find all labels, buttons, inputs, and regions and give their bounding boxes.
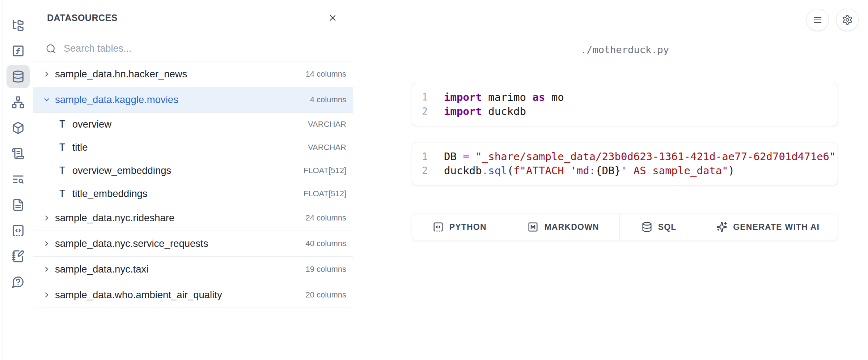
code-line: 1import marimo as mo xyxy=(412,90,838,104)
box-icon xyxy=(12,121,25,134)
column-name: overview_embeddings xyxy=(72,165,304,176)
table-row[interactable]: sample_data.nyc.taxi19 columns xyxy=(33,257,353,282)
add-cell-markdown-button[interactable]: MARKDOWN xyxy=(507,214,619,240)
database-icon xyxy=(642,222,652,232)
menu-button[interactable] xyxy=(806,9,829,31)
text-type-icon: T xyxy=(59,165,65,176)
tables-list: sample_data.hn.hacker_news14 columnssamp… xyxy=(33,61,353,360)
markdown-icon xyxy=(528,222,538,232)
column-count: 4 columns xyxy=(310,95,346,104)
search-input[interactable] xyxy=(64,43,340,54)
left-edge-divider xyxy=(0,0,3,360)
column-type: FLOAT[512] xyxy=(304,189,346,198)
code-line: 2import duckdb xyxy=(412,104,838,118)
datasources-panel: DATASOURCES sample_data.hn.hacker_news14… xyxy=(33,0,353,360)
add-cell-button-label: PYTHON xyxy=(449,222,487,232)
code-cell[interactable]: 1DB = "_share/sample_data/23b0d623-1361-… xyxy=(412,142,838,185)
column-count: 24 columns xyxy=(305,213,346,223)
column-row[interactable]: Ttitle_embeddingsFLOAT[512] xyxy=(33,182,353,205)
code-line: 1DB = "_share/sample_data/23b0d623-1361-… xyxy=(412,149,838,163)
code-text: duckdb.sql(f"ATTACH 'md:{DB}' AS sample_… xyxy=(435,164,734,177)
column-row[interactable]: ToverviewVARCHAR xyxy=(33,113,353,136)
activity-bar xyxy=(3,0,33,360)
table-row[interactable]: sample_data.kaggle.movies4 columns xyxy=(33,87,353,113)
cells-container: 1import marimo as mo2import duckdb1DB = … xyxy=(412,83,838,185)
column-count: 20 columns xyxy=(305,290,346,300)
sidebar-item-snippets[interactable] xyxy=(7,219,30,242)
column-name: overview xyxy=(72,119,308,130)
sparkles-icon xyxy=(716,222,727,232)
code-token: import xyxy=(444,91,482,103)
search-bar xyxy=(33,36,353,61)
sidebar-item-datasources[interactable] xyxy=(7,65,30,88)
column-name: title_embeddings xyxy=(72,188,304,200)
line-number: 2 xyxy=(412,163,435,177)
settings-button[interactable] xyxy=(836,9,859,31)
column-count: 19 columns xyxy=(305,265,346,274)
text-type-icon: T xyxy=(59,142,65,153)
add-cell-generate-with-ai-button[interactable]: GENERATE WITH AI xyxy=(698,214,838,240)
code-token: f"ATTACH 'md: xyxy=(513,164,596,177)
add-cell-python-button[interactable]: PYTHON xyxy=(412,214,507,240)
table-row[interactable]: sample_data.nyc.service_requests40 colum… xyxy=(33,231,353,257)
code-token: marimo xyxy=(482,91,533,103)
column-type: FLOAT[512] xyxy=(304,166,346,175)
code-token: sql xyxy=(488,164,507,177)
chevron-down-icon xyxy=(43,96,51,104)
sidebar-item-tracebacks[interactable] xyxy=(7,168,30,191)
close-icon xyxy=(328,13,338,23)
code-line: 2duckdb.sql(f"ATTACH 'md:{DB}' AS sample… xyxy=(412,163,838,177)
line-number: 1 xyxy=(412,90,435,104)
list-search-icon xyxy=(12,173,25,186)
network-icon xyxy=(12,96,25,109)
notebook-area: ./motherduck.py 1import marimo as mo2imp… xyxy=(353,0,868,360)
table-row[interactable]: sample_data.who.ambient_air_quality20 co… xyxy=(33,282,353,308)
sidebar-item-help[interactable] xyxy=(7,270,30,293)
code-square-icon xyxy=(12,224,25,237)
add-cell-sql-button[interactable]: SQL xyxy=(620,214,699,240)
chevron-right-icon xyxy=(43,240,51,248)
column-row[interactable]: TtitleVARCHAR xyxy=(33,136,353,159)
sidebar-item-documentation[interactable] xyxy=(7,193,30,217)
code-token: "_share/sample_data/23b0d623-1361-421d-a… xyxy=(475,150,835,163)
folder-tree-icon xyxy=(12,19,25,32)
chevron-right-icon xyxy=(43,265,51,273)
code-token: {DB} xyxy=(596,164,621,177)
code-token: ) xyxy=(728,164,734,177)
panel-title: DATASOURCES xyxy=(47,13,118,23)
file-text-icon xyxy=(12,198,25,211)
sidebar-item-logs[interactable] xyxy=(7,142,30,165)
code-token xyxy=(469,150,475,163)
table-name: sample_data.nyc.rideshare xyxy=(55,212,305,224)
add-cell-button-label: SQL xyxy=(658,222,677,232)
column-row[interactable]: Toverview_embeddingsFLOAT[512] xyxy=(33,159,353,182)
code-token: mo xyxy=(545,91,564,103)
notebook-pen-icon xyxy=(12,250,25,263)
code-token: = xyxy=(463,150,469,163)
add-cell-button-label: GENERATE WITH AI xyxy=(733,222,820,232)
database-icon xyxy=(12,70,25,83)
close-panel-button[interactable] xyxy=(326,11,340,25)
table-name: sample_data.nyc.service_requests xyxy=(55,238,305,249)
scroll-text-icon xyxy=(12,147,25,160)
sidebar-item-variables[interactable] xyxy=(7,39,30,63)
table-row[interactable]: sample_data.hn.hacker_news14 columns xyxy=(33,61,353,87)
add-cell-buttons: PYTHONMARKDOWNSQLGENERATE WITH AI xyxy=(412,214,838,240)
table-name: sample_data.kaggle.movies xyxy=(55,94,310,106)
code-cell[interactable]: 1import marimo as mo2import duckdb xyxy=(412,83,838,126)
sidebar-item-dependencies[interactable] xyxy=(7,91,30,114)
sidebar-item-scratchpad[interactable] xyxy=(7,245,30,268)
table-name: sample_data.nyc.taxi xyxy=(55,263,305,275)
sidebar-item-packages[interactable] xyxy=(7,116,30,140)
chevron-right-icon xyxy=(43,70,51,78)
text-type-icon: T xyxy=(59,188,65,199)
code-token: import xyxy=(444,105,482,117)
table-row[interactable]: sample_data.nyc.rideshare24 columns xyxy=(33,205,353,231)
code-text: import duckdb xyxy=(435,105,526,117)
sidebar-item-file-explorer[interactable] xyxy=(7,14,30,37)
column-name: title xyxy=(72,142,308,153)
table-name: sample_data.hn.hacker_news xyxy=(55,68,305,80)
text-type-icon: T xyxy=(59,119,65,130)
column-count: 40 columns xyxy=(305,239,346,248)
marimo-app: DATASOURCES sample_data.hn.hacker_news14… xyxy=(0,0,868,360)
